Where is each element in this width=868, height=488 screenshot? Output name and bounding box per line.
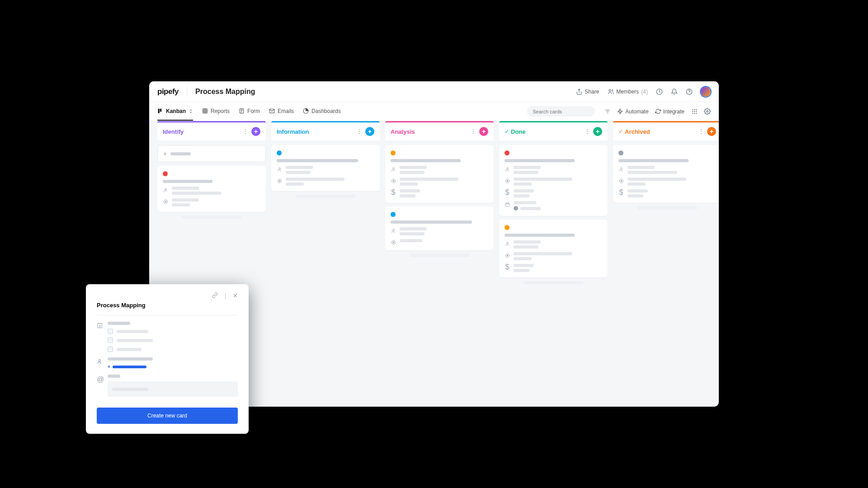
- modal-menu-icon[interactable]: ⋮: [222, 292, 228, 299]
- tab-form-label: Form: [247, 108, 260, 114]
- priority-dot-red: [163, 171, 168, 176]
- radio-icon: [505, 178, 510, 183]
- svg-point-32: [165, 188, 166, 190]
- help-icon[interactable]: [686, 88, 693, 95]
- card[interactable]: [157, 166, 266, 212]
- check-icon: ✓: [505, 128, 509, 135]
- column-add-button[interactable]: +: [251, 127, 260, 136]
- checklist-item[interactable]: [108, 328, 238, 334]
- column-footer: [385, 254, 494, 257]
- person-icon: [277, 166, 282, 172]
- column-header: ✓ Archived ⋮ +: [613, 121, 719, 141]
- new-card-placeholder[interactable]: +: [157, 145, 266, 162]
- svg-point-58: [99, 359, 100, 361]
- text-input[interactable]: [108, 381, 238, 397]
- person-icon: [505, 241, 510, 246]
- dollar-icon: $: [505, 190, 510, 195]
- priority-dot-orange: [505, 225, 509, 230]
- column-footer: [499, 281, 608, 284]
- column-archived: ✓ Archived ⋮ + $: [613, 121, 719, 399]
- column-menu-icon[interactable]: ⋮: [470, 128, 476, 135]
- card[interactable]: [271, 145, 380, 191]
- tab-dashboards-label: Dashboards: [311, 108, 341, 114]
- card[interactable]: $: [385, 145, 494, 203]
- create-card-modal: ⋮ ✕ Process Mapping + @ Create new card: [86, 284, 249, 434]
- column-menu-icon[interactable]: ⋮: [698, 128, 704, 135]
- priority-dot-blue: [391, 212, 396, 217]
- column-footer: [271, 195, 380, 198]
- svg-point-54: [620, 167, 622, 169]
- dollar-icon: $: [505, 264, 510, 270]
- header-bar: pipefy Process Mapping Share Members (4): [149, 81, 719, 102]
- column-add-button[interactable]: +: [365, 127, 374, 136]
- card[interactable]: $: [613, 145, 719, 203]
- person-icon: [163, 187, 168, 192]
- svg-point-31: [707, 111, 708, 113]
- page-title: Process Mapping: [195, 88, 255, 96]
- column-menu-icon[interactable]: ⋮: [584, 128, 590, 135]
- person-icon: [391, 228, 396, 233]
- create-card-button[interactable]: Create new card: [97, 408, 238, 424]
- gear-icon[interactable]: [704, 108, 711, 115]
- history-icon[interactable]: [656, 88, 663, 95]
- add-assignee-button[interactable]: +: [108, 364, 238, 369]
- svg-point-23: [693, 109, 694, 110]
- plus-icon: +: [163, 150, 167, 157]
- radio-icon: [618, 178, 624, 183]
- card[interactable]: $: [499, 220, 608, 277]
- column-add-button[interactable]: +: [479, 127, 488, 136]
- tab-reports[interactable]: Reports: [202, 108, 230, 115]
- svg-point-35: [278, 167, 280, 169]
- integrate-button[interactable]: Integrate: [655, 108, 684, 115]
- person-icon: [505, 166, 510, 172]
- priority-dot-red: [505, 150, 509, 155]
- filter-icon[interactable]: [604, 108, 611, 115]
- card[interactable]: $: [499, 145, 608, 216]
- automate-button[interactable]: Automate: [617, 108, 648, 115]
- integrate-label: Integrate: [663, 108, 684, 115]
- radio-icon: [505, 253, 510, 258]
- tab-reports-label: Reports: [211, 108, 230, 114]
- search-input[interactable]: [533, 109, 595, 114]
- bell-icon[interactable]: [671, 88, 678, 95]
- header-actions: Share Members (4): [576, 87, 711, 97]
- svg-rect-3: [158, 109, 160, 113]
- svg-rect-5: [203, 109, 208, 113]
- column-header: Analysis ⋮ +: [385, 121, 494, 141]
- search-box[interactable]: [527, 106, 595, 117]
- tab-form[interactable]: Form: [239, 108, 260, 115]
- radio-icon: [391, 239, 396, 245]
- link-icon[interactable]: [212, 292, 218, 299]
- radio-icon: [163, 199, 168, 204]
- toolbar: Kanban Reports Form Emails Dashboards: [149, 102, 719, 121]
- tab-emails[interactable]: Emails: [269, 108, 294, 115]
- modal-toolbar: ⋮ ✕: [97, 292, 238, 299]
- tab-dashboards[interactable]: Dashboards: [303, 108, 341, 115]
- column-title: Identify: [163, 128, 242, 135]
- column-add-button[interactable]: +: [593, 127, 602, 136]
- svg-point-37: [279, 180, 280, 182]
- avatar[interactable]: [701, 87, 711, 97]
- svg-point-34: [165, 201, 166, 202]
- column-header: Identify ⋮ +: [157, 121, 266, 141]
- checklist-item[interactable]: [108, 347, 238, 352]
- share-button[interactable]: Share: [576, 88, 599, 95]
- dollar-icon: $: [618, 190, 624, 195]
- column-title: Archived: [625, 128, 698, 135]
- apps-icon[interactable]: [691, 108, 698, 115]
- column-header: Information ⋮ +: [271, 121, 380, 141]
- column-menu-icon[interactable]: ⋮: [356, 128, 363, 135]
- tab-kanban[interactable]: Kanban: [157, 108, 193, 121]
- check-icon: ✓: [618, 128, 623, 135]
- svg-point-29: [693, 113, 694, 113]
- checklist-item[interactable]: [108, 338, 238, 343]
- members-icon: [607, 88, 614, 95]
- chevron-updown-icon: [189, 109, 193, 113]
- card[interactable]: [385, 206, 494, 250]
- column-menu-icon[interactable]: ⋮: [242, 128, 249, 135]
- close-icon[interactable]: ✕: [233, 292, 238, 299]
- column-add-button[interactable]: +: [707, 127, 716, 136]
- form-email: @: [97, 375, 238, 397]
- person-icon: [391, 166, 396, 172]
- members-button[interactable]: Members (4): [607, 88, 648, 95]
